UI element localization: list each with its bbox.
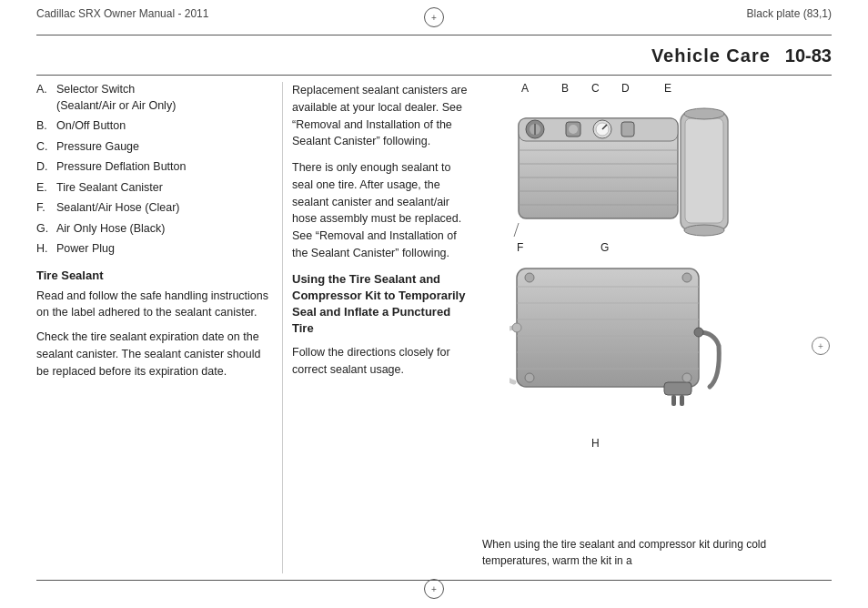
list-item-c: C. Pressure Gauge — [36, 139, 273, 156]
list-item-b: B. On/Off Button — [36, 118, 273, 135]
svg-rect-22 — [517, 269, 699, 387]
diagram-label-h: H — [591, 437, 600, 450]
list-text-b: On/Off Button — [56, 118, 126, 135]
list-text-e: Tire Sealant Canister — [56, 180, 163, 197]
list-label-f: F. — [36, 200, 53, 217]
mid-para3: Follow the directions closely for correc… — [292, 344, 473, 379]
header-center-mark: + — [424, 7, 444, 27]
registration-crosshair-top: + — [424, 7, 444, 27]
compressor-top-diagram — [510, 96, 746, 269]
svg-point-12 — [569, 125, 578, 134]
diagram-label-f: F — [517, 241, 523, 254]
list-text-g: Air Only Hose (Black) — [56, 221, 165, 238]
svg-point-35 — [525, 373, 534, 382]
svg-point-20 — [684, 225, 724, 236]
section-title: Vehicle Care — [651, 46, 771, 66]
top-border-rule — [36, 35, 832, 35]
svg-point-29 — [512, 323, 521, 332]
mid-heading: Using the Tire Sealant and Compressor Ki… — [292, 271, 473, 338]
svg-rect-18 — [685, 118, 723, 223]
page-title-area: Vehicle Care 10-83 — [651, 46, 832, 66]
list-item-h: H. Power Plug — [36, 241, 273, 258]
svg-rect-33 — [680, 395, 684, 406]
diagram-label-b: B — [561, 82, 569, 95]
right-registration-mark: + — [812, 337, 830, 355]
list-text-a: Selector Switch(Sealant/Air or Air Only) — [56, 82, 176, 114]
svg-point-19 — [684, 108, 724, 119]
diagram-label-a: A — [521, 82, 529, 95]
list-label-c: C. — [36, 139, 53, 156]
svg-rect-16 — [621, 122, 634, 137]
svg-point-30 — [694, 328, 703, 337]
svg-point-36 — [682, 273, 691, 282]
diagram-label-c: C — [591, 82, 600, 95]
svg-rect-32 — [671, 395, 676, 406]
page-number: 10-83 — [785, 46, 832, 66]
list-label-h: H. — [36, 241, 53, 258]
list-item-d: D. Pressure Deflation Button — [36, 159, 273, 176]
list-label-d: D. — [36, 159, 53, 176]
tire-sealant-heading: Tire Sealant — [36, 269, 273, 282]
list-text-f: Sealant/Air Hose (Clear) — [56, 200, 179, 217]
list-item-f: F. Sealant/Air Hose (Clear) — [36, 200, 273, 217]
header-left: Cadillac SRX Owner Manual - 2011 — [36, 7, 208, 20]
svg-point-34 — [525, 273, 534, 282]
diagram-label-e: E — [664, 82, 671, 95]
compressor-bottom-diagram — [510, 259, 746, 432]
diagram-caption: When using the tire sealant and compress… — [482, 536, 832, 569]
list-label-e: E. — [36, 180, 53, 197]
svg-point-37 — [682, 373, 691, 382]
list-item-g: G. Air Only Hose (Black) — [36, 221, 273, 238]
svg-line-21 — [514, 223, 519, 237]
list-label-g: G. — [36, 221, 53, 238]
mid-para1: Replacement sealant canisters are availa… — [292, 82, 473, 150]
svg-rect-31 — [664, 382, 691, 395]
left-column: A. Selector Switch(Sealant/Air or Air On… — [36, 82, 282, 573]
right-column: A B C D E — [482, 82, 832, 573]
diagram-label-d: D — [621, 82, 630, 95]
list-text-h: Power Plug — [56, 241, 115, 258]
list-label-a: A. — [36, 82, 53, 114]
list-item-e: E. Tire Sealant Canister — [36, 180, 273, 197]
list-text-d: Pressure Deflation Button — [56, 159, 186, 176]
footer-center-mark: + — [424, 579, 444, 599]
diagram-label-g: G — [601, 241, 609, 254]
registration-crosshair-bottom: + — [424, 579, 444, 599]
list-text-c: Pressure Gauge — [56, 139, 139, 156]
list-item-a: A. Selector Switch(Sealant/Air or Air On… — [36, 82, 273, 114]
tire-sealant-para1: Read and follow the safe handling instru… — [36, 288, 273, 322]
middle-column: Replacement sealant canisters are availa… — [282, 82, 482, 573]
main-content: A. Selector Switch(Sealant/Air or Air On… — [36, 82, 832, 573]
list-label-b: B. — [36, 118, 53, 135]
tire-sealant-para2: Check the tire sealant expiration date o… — [36, 329, 273, 380]
mid-para2: There is only enough sealant to seal one… — [292, 159, 473, 262]
header-right: Black plate (83,1) — [747, 7, 832, 20]
title-rule — [36, 75, 832, 76]
